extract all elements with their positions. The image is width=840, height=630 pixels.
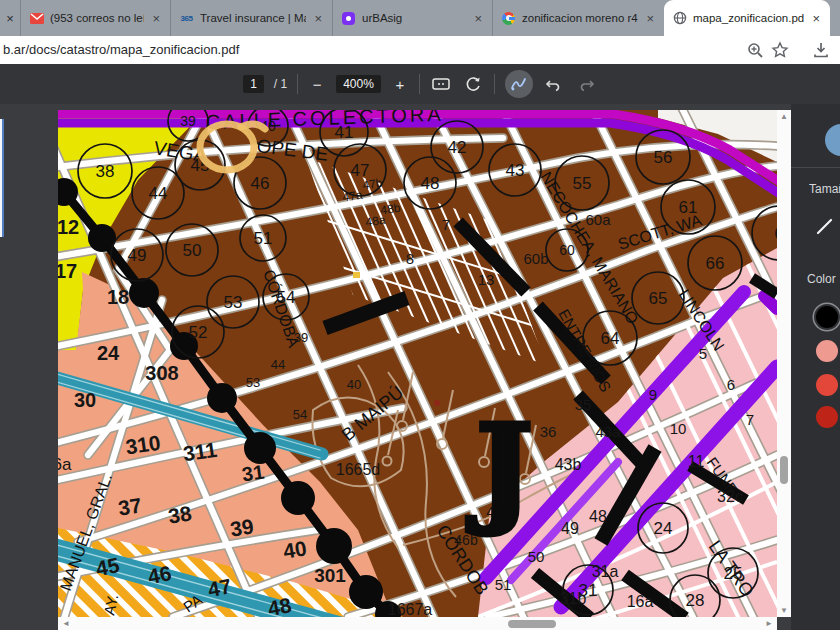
svg-text:53: 53 — [224, 293, 243, 312]
svg-text:1667a: 1667a — [388, 601, 433, 617]
svg-text:52: 52 — [189, 323, 208, 342]
svg-text:51: 51 — [495, 576, 512, 593]
color-label: Color — [807, 272, 836, 286]
svg-text:47: 47 — [206, 574, 233, 601]
svg-text:8: 8 — [406, 250, 414, 267]
svg-text:53: 53 — [246, 375, 260, 390]
scroll-down-icon[interactable]: ▼ — [777, 606, 791, 615]
svg-text:54: 54 — [293, 407, 307, 422]
svg-text:11: 11 — [688, 453, 705, 470]
svg-text:51: 51 — [254, 229, 273, 248]
svg-text:31a: 31a — [592, 563, 619, 580]
tab-title: urBAsig — [362, 12, 466, 24]
svg-text:60b: 60b — [523, 250, 548, 267]
svg-text:42: 42 — [448, 138, 467, 157]
svg-text:43a: 43a — [595, 423, 621, 440]
bookmark-star-icon[interactable] — [771, 41, 789, 59]
svg-text:7: 7 — [442, 216, 450, 233]
left-edge-window-artifact — [0, 119, 4, 237]
vertical-scroll-thumb[interactable] — [780, 456, 788, 484]
partial-tab-close-button[interactable]: × — [0, 0, 20, 36]
svg-text:46: 46 — [251, 174, 270, 193]
color-swatch-darkred[interactable] — [816, 406, 838, 428]
svg-text:6: 6 — [727, 376, 735, 393]
vertical-scrollbar[interactable]: ▲ ▼ — [777, 110, 791, 617]
urbasig-icon — [341, 11, 356, 26]
tab-title: Travel insurance | Make yo — [200, 12, 306, 24]
tab-travel-insurance[interactable]: 365 Travel insurance | Make yo × — [170, 0, 332, 36]
svg-text:28: 28 — [686, 591, 705, 610]
svg-text:56: 56 — [654, 148, 673, 167]
svg-text:301: 301 — [314, 565, 346, 586]
svg-text:47a: 47a — [342, 188, 364, 205]
undo-button[interactable] — [543, 73, 565, 95]
pdf-toolbar: 1 / 1 − 400% + — [0, 64, 840, 104]
svg-text:38: 38 — [166, 501, 193, 527]
svg-text:64: 64 — [601, 329, 620, 348]
page-number-input[interactable]: 1 — [243, 75, 264, 93]
zoom-in-button[interactable]: + — [391, 76, 409, 93]
rotate-button[interactable] — [462, 73, 484, 95]
tab-close-icon[interactable]: × — [150, 11, 162, 26]
tab-title: mapa_zonificacion.pdf — [693, 12, 804, 24]
address-bar[interactable]: b.ar/docs/catastro/mapa_zonificacion.pdf — [0, 36, 840, 64]
svg-text:31: 31 — [240, 461, 265, 486]
svg-text:45: 45 — [94, 553, 122, 580]
svg-text:5: 5 — [699, 345, 707, 362]
svg-text:39: 39 — [228, 514, 255, 540]
svg-text:44: 44 — [271, 357, 285, 372]
url-text[interactable]: b.ar/docs/catastro/mapa_zonificacion.pdf — [3, 36, 239, 64]
svg-text:44: 44 — [149, 184, 168, 203]
svg-text:39: 39 — [180, 113, 196, 129]
color-swatch-red[interactable] — [816, 374, 838, 396]
horizontal-scrollbar[interactable]: ◄ ► — [58, 617, 777, 630]
svg-text:40: 40 — [347, 377, 361, 392]
color-swatch-black[interactable] — [816, 306, 838, 328]
zoning-map-canvas[interactable]: 3839404142434445464748495051525354555660… — [58, 110, 777, 617]
tab-gmail[interactable]: (953 correos no leídos) - m × — [20, 0, 170, 36]
svg-text:48: 48 — [266, 593, 294, 617]
browser-tab-bar: × (953 correos no leídos) - m × 365 Trav… — [0, 0, 840, 36]
svg-text:46: 46 — [146, 561, 173, 588]
scroll-right-icon[interactable]: ► — [765, 617, 773, 630]
tab-urbasig[interactable]: urBAsig × — [332, 0, 492, 36]
svg-text:J: J — [467, 397, 533, 538]
scroll-left-icon[interactable]: ◄ — [62, 617, 70, 630]
annotation-side-panel: Tamaño Color — [791, 104, 840, 630]
zoom-out-button[interactable]: − — [308, 76, 326, 93]
scroll-up-icon[interactable]: ▲ — [777, 112, 791, 121]
zoom-level-input[interactable]: 400% — [336, 75, 381, 93]
stroke-size-preview[interactable] — [815, 217, 835, 237]
zoning-map-page[interactable]: 3839404142434445464748495051525354555660… — [58, 110, 777, 617]
google-icon — [501, 11, 516, 26]
tab-close-icon[interactable]: × — [312, 11, 324, 26]
download-icon[interactable] — [812, 41, 830, 59]
svg-text:308: 308 — [145, 362, 178, 384]
horizontal-scroll-thumb[interactable] — [508, 620, 556, 628]
floating-action-button[interactable] — [825, 124, 840, 156]
svg-text:7: 7 — [746, 411, 754, 428]
tab-close-icon[interactable]: × — [810, 11, 822, 26]
tab-mapa-zonificacion-active[interactable]: mapa_zonificacion.pdf × — [664, 0, 830, 36]
tab-title: (953 correos no leídos) - m — [50, 12, 144, 24]
globe-icon — [672, 11, 687, 26]
svg-text:43b: 43b — [555, 456, 582, 473]
color-swatch-pink[interactable] — [816, 340, 838, 362]
redo-button[interactable] — [575, 73, 597, 95]
tab-google-search[interactable]: zonificacion moreno r4b a × — [492, 0, 664, 36]
svg-text:55: 55 — [573, 174, 592, 193]
tab-close-icon[interactable]: × — [644, 11, 656, 26]
svg-text:50: 50 — [528, 548, 545, 565]
svg-text:9: 9 — [649, 386, 657, 403]
svg-text:60: 60 — [559, 242, 575, 258]
fit-to-page-button[interactable] — [430, 73, 452, 95]
svg-text:311: 311 — [182, 438, 219, 466]
ms365-icon: 365 — [179, 11, 194, 26]
svg-text:17: 17 — [58, 260, 77, 282]
tab-close-icon[interactable]: × — [472, 11, 484, 26]
zoom-page-icon[interactable] — [746, 41, 764, 59]
svg-text:48b: 48b — [380, 201, 402, 218]
annotate-pen-button-active[interactable] — [505, 70, 533, 98]
size-label: Tamaño — [809, 182, 840, 196]
svg-text:13: 13 — [478, 271, 495, 288]
